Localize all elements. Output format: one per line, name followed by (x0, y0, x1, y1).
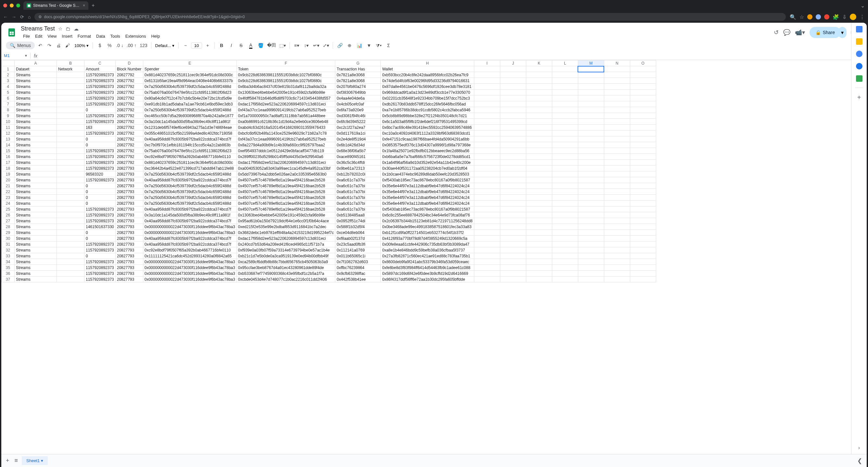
decrease-decimal-button[interactable]: .0 ↓ (115, 41, 124, 50)
cell[interactable]: Streams (14, 236, 57, 241)
cell[interactable]: 0x5897dc169d6f42e6f0dee3b9cffd19d2d64166… (381, 271, 474, 276)
extension-1-icon[interactable] (807, 14, 812, 20)
spreadsheet-grid[interactable]: ABCDEFGHIJKLMNO 1DatasetNetworkAmountBlo… (1, 60, 867, 454)
cell[interactable] (500, 142, 526, 148)
cell[interactable]: 0xabd4c63d2616a5201454168269031355f47643… (237, 125, 335, 130)
cell[interactable] (578, 119, 604, 125)
cell[interactable] (578, 84, 604, 90)
cell[interactable] (578, 130, 604, 136)
cell[interactable]: 1157920892373 (85, 160, 116, 166)
cell[interactable] (604, 183, 630, 189)
cell[interactable]: 1157920892373 (85, 241, 116, 247)
cell[interactable] (500, 119, 526, 125)
cell[interactable]: Streams (14, 183, 57, 189)
cell[interactable] (474, 113, 500, 119)
cell[interactable]: 0x40aa958dd87fc8305b97f2ba922cddca374bcd… (143, 206, 237, 212)
undo-button[interactable]: ↶ (36, 41, 44, 50)
cell[interactable]: 20827792 (115, 142, 143, 148)
cell[interactable]: 0x40aa958dd87fc8305b97f2ba922cddca374bcd… (143, 218, 237, 224)
cell[interactable]: 0x35e6e44f97e3a112dbabf9eb47d6f84224024c… (381, 201, 474, 206)
cell[interactable] (500, 265, 526, 271)
cell[interactable] (552, 177, 578, 183)
cell[interactable]: Streams (14, 177, 57, 183)
maps-icon[interactable] (856, 75, 863, 82)
cell[interactable] (630, 265, 656, 271)
cell[interactable] (552, 183, 578, 189)
cell[interactable] (630, 107, 656, 113)
cell[interactable] (604, 253, 630, 259)
row-header[interactable]: 26 (2, 212, 14, 218)
cell[interactable]: 0xc2c1f27a2ea7 (335, 125, 381, 130)
cell[interactable]: 1157920892373 (85, 259, 116, 265)
cell[interactable]: 0xdac17f958d2ee523a2206206994597c13d831e… (237, 236, 335, 241)
sheet-tab-menu-icon[interactable]: ▾ (41, 458, 43, 463)
row-header[interactable]: 10 (2, 119, 14, 125)
row-header[interactable]: 33 (2, 253, 14, 259)
cell[interactable] (578, 195, 604, 201)
cell[interactable]: 0x0000000000022d473030f116ddee9f6b43ac78… (143, 271, 237, 276)
cell[interactable]: 20827793 (115, 247, 143, 253)
cell[interactable] (578, 177, 604, 183)
cell[interactable]: 0x2e4de8f519d4 (335, 136, 381, 142)
cell[interactable]: 0x0853575edf376c13d04307a9996f1d98a79736… (381, 142, 474, 148)
cell[interactable]: Streams (14, 224, 57, 230)
comments-icon[interactable]: 💬 (783, 29, 790, 36)
sheet-tab[interactable]: Sheet1 ▾ (22, 456, 48, 465)
cell[interactable]: Streams (14, 95, 57, 101)
cell[interactable] (578, 259, 604, 265)
row-header[interactable]: 30 (2, 236, 14, 241)
cell[interactable]: 0 (85, 195, 116, 201)
col-header-E[interactable]: E (143, 60, 237, 66)
bookmark-icon[interactable]: ☆ (800, 14, 804, 20)
cell[interactable]: 0x0952ff51c74di (335, 218, 381, 224)
comment-button[interactable]: ⊕ (345, 41, 354, 50)
row-header[interactable]: 36 (2, 271, 14, 276)
cell[interactable]: 20827793 (115, 271, 143, 276)
cell[interactable]: 0xc465cc50b7d5a29b9308968f870a4b242a8e18… (143, 113, 237, 119)
cell[interactable]: 0xb12b78202c0i (335, 171, 381, 177)
cell[interactable]: 20827793 (115, 183, 143, 189)
cell[interactable] (552, 113, 578, 119)
cell[interactable] (526, 276, 552, 282)
cell[interactable]: 0x7a250d5630b4cf539739df2c5dacb4c659f248… (143, 171, 237, 177)
cell[interactable]: 0x74de5d4fcbf63e00296fd95d33236d97940166… (381, 78, 474, 84)
strike-button[interactable]: S (237, 41, 245, 50)
cell[interactable]: 20827793 (115, 189, 143, 195)
row-header[interactable]: 16 (2, 154, 14, 160)
cell[interactable] (474, 130, 500, 136)
cell[interactable] (604, 230, 630, 236)
extensions-menu-icon[interactable]: 🧩 (833, 14, 839, 20)
cell[interactable] (552, 218, 578, 224)
cell[interactable] (500, 113, 526, 119)
cell[interactable] (57, 195, 85, 201)
cell[interactable]: 0xc7b0f970c1efbb181194fc15ccd5c4a2c2ab86… (143, 142, 237, 148)
cell[interactable] (474, 212, 500, 218)
doc-title[interactable]: Streams Test (21, 25, 55, 32)
address-bar[interactable]: ⚙ docs.google.com/spreadsheets/d/1herNXs… (34, 13, 786, 21)
cell[interactable] (578, 218, 604, 224)
cell[interactable] (604, 206, 630, 212)
cell[interactable] (500, 130, 526, 136)
functions-button[interactable]: Σ (384, 41, 393, 50)
cell[interactable]: 0xbcfc6bf92b48fa1143ce2529e96029c71b82a7… (237, 130, 335, 136)
cell[interactable] (578, 171, 604, 177)
cell[interactable]: 1461501637330 (85, 224, 116, 230)
cell[interactable]: 0x4507cef57c46789ef8d1a19ea45f4216bae2b5… (237, 206, 335, 212)
col-header-F[interactable]: F (237, 60, 335, 66)
reload-button[interactable]: ⟳ (20, 14, 24, 20)
cell[interactable]: 0xa8e1b4e846bdd9c59befb38a036cfbaa5f3737 (381, 247, 474, 253)
col-header-G[interactable]: G (335, 60, 381, 66)
cell[interactable] (552, 148, 578, 154)
cell[interactable]: 0 (85, 183, 116, 189)
cell[interactable]: Streams (14, 189, 57, 195)
cell[interactable]: 0xdac17f958d2ee523a2206206994597c13d831e… (237, 160, 335, 166)
cell[interactable]: 0xace890f45161 (335, 154, 381, 160)
cell[interactable]: 0xa7e1b85786b38dcc91cdb5802c4ccb2fabca59… (381, 107, 474, 113)
cell[interactable] (500, 101, 526, 107)
cell[interactable] (604, 125, 630, 130)
cell[interactable]: Streams (14, 271, 57, 276)
cell[interactable] (578, 241, 604, 247)
cell[interactable]: 0xa6c61c7a37bi (335, 201, 381, 206)
cell[interactable] (630, 212, 656, 218)
cell[interactable]: Streams (14, 201, 57, 206)
